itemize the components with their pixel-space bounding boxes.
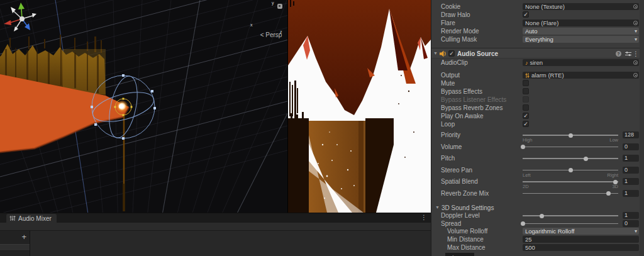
mute-row: Mute xyxy=(431,79,644,87)
audio-source-header[interactable]: ▼ ✓ Audio Source ? ⋮ xyxy=(431,48,644,58)
slider-knob[interactable] xyxy=(569,133,573,138)
doppler-level-value[interactable]: 1 xyxy=(623,212,639,219)
culling-mask-row: Culling Mask Everything ▾ xyxy=(431,35,644,43)
spread-value[interactable]: 0 xyxy=(623,220,639,227)
mixers-sidebar: + xyxy=(0,231,30,256)
perspective-label[interactable]: < Persp xyxy=(247,31,287,38)
volume-slider[interactable] xyxy=(523,143,618,151)
volume-rolloff-row: Volume Rolloff Logarithmic Rolloff ▾ xyxy=(431,227,644,235)
spatial-blend-row: Spatial Blend 2D 3D 1 xyxy=(431,177,644,189)
mixer-toolbar xyxy=(0,223,431,231)
bypass-effects-checkbox[interactable] xyxy=(523,88,529,94)
stereo-pan-slider[interactable]: Left Right xyxy=(523,166,618,174)
mute-checkbox[interactable] xyxy=(523,80,529,86)
foldout-icon: ▼ xyxy=(435,205,440,209)
audio-mixer-icon xyxy=(9,215,16,221)
priority-row: Priority High Low 128 xyxy=(431,131,644,143)
help-icon[interactable]: ? xyxy=(616,51,621,57)
slider-knob[interactable] xyxy=(521,221,525,226)
game-render xyxy=(288,0,431,213)
inspector-panel: Cookie None (Texture) Draw Halo ✓ Flare … xyxy=(431,0,644,256)
panel-kebab-icon[interactable]: ⋮ xyxy=(421,214,427,221)
audioclip-object-field[interactable]: ♪siren xyxy=(523,59,639,66)
mixer-list-item[interactable] xyxy=(0,244,30,251)
audio-source-enabled-checkbox[interactable]: ✓ xyxy=(448,50,455,57)
slider-knob[interactable] xyxy=(584,157,588,161)
stereo-pan-value[interactable]: 0 xyxy=(623,167,639,174)
render-mode-row: Render Mode Auto ▾ xyxy=(431,27,644,35)
component-title: Audio Source xyxy=(457,50,498,57)
doppler-level-slider[interactable] xyxy=(523,211,618,220)
kebab-menu-icon[interactable]: ⋮ xyxy=(633,51,639,57)
object-picker-icon[interactable] xyxy=(633,4,638,9)
audio-clip-icon: ♪ xyxy=(525,60,528,66)
tab-label: Audio Mixer xyxy=(18,215,52,222)
chevron-down-icon: ▾ xyxy=(635,228,637,235)
doppler-level-row: Doppler Level 1 xyxy=(431,211,644,220)
chevron-down-icon: ▾ xyxy=(635,28,637,35)
culling-mask-dropdown[interactable]: Everything ▾ xyxy=(523,36,639,43)
output-object-field[interactable]: alarm (RTE) xyxy=(523,72,639,79)
draw-halo-checkbox[interactable]: ✓ xyxy=(523,11,529,18)
pitch-slider[interactable] xyxy=(523,154,618,162)
slider-knob[interactable] xyxy=(540,214,544,218)
slider-knob[interactable] xyxy=(569,168,573,172)
bypass-listener-effects-checkbox xyxy=(523,96,529,103)
mixer-group-icon xyxy=(525,73,530,78)
game-view[interactable] xyxy=(287,0,431,213)
loop-checkbox[interactable]: ✓ xyxy=(523,121,529,127)
priority-value[interactable]: 128 xyxy=(623,131,639,138)
slider-knob[interactable] xyxy=(521,145,525,149)
audio-mixer-tabbar: Audio Mixer ⋮ xyxy=(0,213,431,223)
cookie-object-field[interactable]: None (Texture) xyxy=(523,3,639,10)
scene-view[interactable]: x y z < Persp xyxy=(0,0,287,213)
3d-sound-settings-foldout[interactable]: ▼ 3D Sound Settings xyxy=(431,204,644,211)
axis-y-cone xyxy=(18,3,25,9)
volume-value[interactable]: 0 xyxy=(623,143,639,150)
spatial-blend-value[interactable]: 1 xyxy=(623,178,639,185)
draw-halo-row: Draw Halo ✓ xyxy=(431,11,644,19)
flare-object-field[interactable]: None (Flare) xyxy=(523,19,639,26)
reverb-zone-mix-slider[interactable] xyxy=(523,189,618,198)
bypass-effects-row: Bypass Effects xyxy=(431,87,644,96)
audio-mixer-panel: Audio Mixer ⋮ + xyxy=(0,213,431,256)
max-distance-row: Max Distance 500 xyxy=(431,243,644,252)
stereo-pan-row: Stereo Pan Left Right 0 xyxy=(431,166,644,178)
reverb-zone-mix-row: Reverb Zone Mix 1 xyxy=(431,189,644,201)
min-distance-input[interactable]: 25 xyxy=(523,236,639,243)
render-mode-dropdown[interactable]: Auto ▾ xyxy=(523,28,639,35)
mixer-body: + xyxy=(0,231,431,256)
max-distance-input[interactable]: 500 xyxy=(523,244,639,251)
foldout-icon[interactable]: ▼ xyxy=(433,51,438,55)
unity-editor: x y z < Persp xyxy=(0,0,644,256)
reverb-zone-mix-value[interactable]: 1 xyxy=(623,190,639,197)
spread-slider[interactable] xyxy=(523,220,618,228)
volume-row: Volume 0 xyxy=(431,143,644,155)
output-row: Output alarm (RTE) xyxy=(431,71,644,79)
spatial-blend-slider[interactable]: 2D 3D xyxy=(523,177,618,186)
axis-y-label: y xyxy=(272,1,274,5)
play-on-awake-checkbox[interactable]: ✓ xyxy=(523,113,529,119)
flare-row: Flare None (Flare) xyxy=(431,19,644,27)
object-picker-icon[interactable] xyxy=(633,21,638,25)
presets-icon[interactable] xyxy=(625,51,631,57)
tab-audio-mixer[interactable]: Audio Mixer xyxy=(6,214,57,223)
slider-knob[interactable] xyxy=(606,191,611,196)
priority-slider[interactable]: High Low xyxy=(523,131,618,139)
audio-source-icon xyxy=(440,50,447,57)
cookie-row: Cookie None (Texture) xyxy=(431,3,644,11)
object-picker-icon[interactable] xyxy=(633,73,638,77)
volume-rolloff-dropdown[interactable]: Logarithmic Rolloff ▾ xyxy=(523,228,639,235)
axis-x-label: x xyxy=(250,23,253,27)
min-distance-row: Min Distance 25 xyxy=(431,235,644,243)
loop-row: Loop ✓ xyxy=(431,120,644,128)
play-on-awake-row: Play On Awake ✓ xyxy=(431,112,644,120)
pitch-value[interactable]: 1 xyxy=(623,155,639,162)
axis-orientation-gizmo[interactable] xyxy=(0,0,44,39)
add-mixer-button[interactable]: + xyxy=(21,234,26,240)
spread-row: Spread 0 xyxy=(431,220,644,228)
scene-menu-icon[interactable] xyxy=(277,4,282,9)
bypass-reverb-zones-checkbox[interactable] xyxy=(523,104,529,111)
bypass-listener-effects-row: Bypass Listener Effects xyxy=(431,96,644,104)
object-picker-icon[interactable] xyxy=(633,60,638,65)
